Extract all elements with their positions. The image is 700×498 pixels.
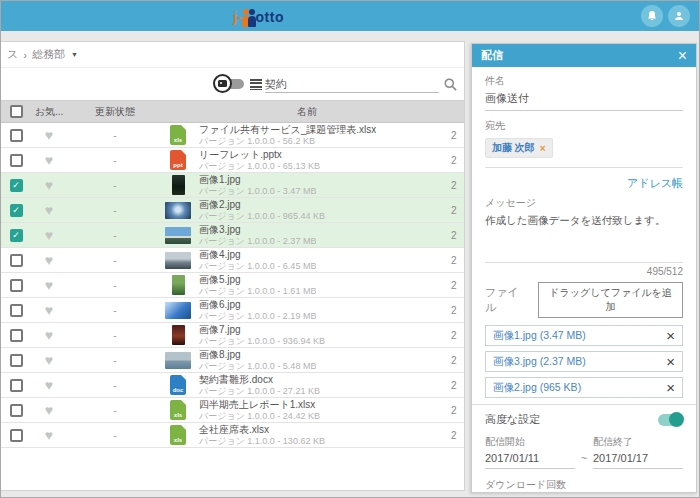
remove-attachment-icon[interactable]: × [666, 380, 675, 395]
attachment-name: 画像2.jpg (965 KB) [493, 381, 581, 395]
row-checkbox[interactable] [10, 354, 23, 367]
remove-attachment-icon[interactable]: × [666, 328, 675, 343]
panel-header: 配信 × [472, 44, 696, 67]
favorite-heart-icon[interactable]: ♥ [45, 328, 53, 342]
close-icon[interactable]: × [678, 48, 687, 64]
view-mode-toggle[interactable] [213, 78, 245, 90]
row-date-clipped: 2 [451, 130, 464, 141]
row-checkbox[interactable] [10, 279, 23, 292]
file-list-card: ス › 総務部 ▼ お気... 更新状態 名前 ♥ - [1, 41, 465, 491]
favorite-heart-icon[interactable]: ♥ [45, 378, 53, 392]
row-checkbox[interactable] [10, 154, 23, 167]
row-checkbox[interactable] [10, 429, 23, 442]
file-type-icon [163, 275, 193, 295]
file-type-icon [163, 352, 193, 369]
subject-label: 件名 [485, 74, 683, 88]
column-header-status[interactable]: 更新状態 [67, 105, 163, 119]
column-header-name[interactable]: 名前 [163, 105, 451, 119]
search-icon[interactable] [443, 77, 458, 96]
row-date-clipped: 2 [451, 430, 464, 441]
table-row[interactable]: ♥ - xls ファイル共有サービス_課題管理表.xlsx バージョン 1.0.… [1, 123, 464, 148]
subject-input[interactable]: 画像送付 [485, 88, 683, 111]
table-row[interactable]: ♥ - doc 契約書雛形.docx バージョン 1.0.0.0 - 27.21… [1, 373, 464, 398]
row-update-status: - [67, 255, 163, 266]
file-type-icon [163, 325, 193, 345]
download-count-input[interactable]: 5 [485, 492, 665, 493]
table-row[interactable]: ♥ - 画像1.jpg バージョン 1.0.0.0 - 3.47 MB 2 [1, 173, 464, 198]
list-view-icon[interactable] [250, 79, 262, 90]
table-row[interactable]: ♥ - 画像8.jpg バージョン 1.0.0.0 - 5.48 MB 2 [1, 348, 464, 373]
favorite-heart-icon[interactable]: ♥ [45, 303, 53, 317]
table-row[interactable]: ♥ - xls 全社座席表.xlsx バージョン 1.1.0.0 - 130.6… [1, 423, 464, 448]
file-version-size: バージョン 1.0.0.0 - 2.37 MB [199, 236, 316, 246]
top-navigation-bar: j- otto [1, 1, 699, 31]
favorite-heart-icon[interactable]: ♥ [45, 228, 53, 242]
advanced-settings-section: 高度な設定 配信開始 2017/01/11 ~ 配信終了 2017/01/17 … [472, 404, 696, 493]
row-checkbox[interactable] [10, 129, 23, 142]
file-name: 契約書雛形.docx [199, 374, 320, 386]
remove-recipient-icon[interactable]: × [540, 143, 546, 154]
row-checkbox[interactable] [10, 179, 23, 192]
end-date-input[interactable]: 2017/01/17 [593, 449, 683, 469]
message-textarea[interactable]: 作成した画像データを送付致します。 [485, 214, 683, 260]
start-date-input[interactable]: 2017/01/11 [485, 449, 575, 469]
account-button[interactable] [668, 5, 690, 27]
file-version-size: バージョン 1.0.0.0 - 27.21 KB [199, 386, 320, 396]
favorite-heart-icon[interactable]: ♥ [45, 128, 53, 142]
row-checkbox[interactable] [10, 404, 23, 417]
file-type-icon [163, 227, 193, 244]
breadcrumb-current[interactable]: 総務部 [32, 47, 65, 62]
search-toolbar [1, 67, 464, 101]
table-row[interactable]: ♥ - xls 四半期売上レポート1.xlsx バージョン 1.0.0.0 - … [1, 398, 464, 423]
date-range-tilde: ~ [575, 452, 593, 469]
file-name: 全社座席表.xlsx [199, 424, 325, 436]
favorite-heart-icon[interactable]: ♥ [45, 428, 53, 442]
file-label: ファイル [485, 285, 528, 315]
favorite-heart-icon[interactable]: ♥ [45, 278, 53, 292]
favorite-heart-icon[interactable]: ♥ [45, 403, 53, 417]
row-update-status: - [67, 205, 163, 216]
remove-attachment-icon[interactable]: × [666, 354, 675, 369]
add-file-drag-button[interactable]: ドラッグしてファイルを追加 [538, 282, 683, 318]
logo-person-navy-icon [248, 9, 257, 27]
address-book-link[interactable]: アドレス帳 [485, 176, 683, 191]
recipient-label: 宛先 [485, 119, 683, 133]
file-type-icon [163, 302, 193, 319]
favorite-heart-icon[interactable]: ♥ [45, 153, 53, 167]
chevron-down-icon[interactable]: ▼ [71, 51, 78, 58]
file-name: 画像1.jpg [199, 174, 316, 186]
table-row[interactable]: ♥ - 画像6.jpg バージョン 1.0.0.0 - 2.19 MB 2 [1, 298, 464, 323]
table-row[interactable]: ♥ - 画像4.jpg バージョン 1.0.0.0 - 6.45 MB 2 [1, 248, 464, 273]
row-checkbox[interactable] [10, 204, 23, 217]
notifications-button[interactable] [641, 5, 663, 27]
favorite-heart-icon[interactable]: ♥ [45, 253, 53, 267]
row-checkbox[interactable] [10, 379, 23, 392]
column-header-favorite[interactable]: お気... [31, 105, 67, 119]
file-version-size: バージョン 1.0.0.0 - 965.44 KB [199, 211, 325, 221]
favorite-heart-icon[interactable]: ♥ [45, 203, 53, 217]
row-date-clipped: 2 [451, 305, 464, 316]
table-row[interactable]: ♥ - 画像7.jpg バージョン 1.0.0.0 - 936.94 KB 2 [1, 323, 464, 348]
row-date-clipped: 2 [451, 205, 464, 216]
row-checkbox[interactable] [10, 254, 23, 267]
logo-prefix: j- [233, 7, 242, 27]
table-row[interactable]: ♥ - 画像5.jpg バージョン 1.0.0.0 - 1.61 MB 2 [1, 273, 464, 298]
table-row[interactable]: ♥ - 画像2.jpg バージョン 1.0.0.0 - 965.44 KB 2 [1, 198, 464, 223]
row-update-status: - [67, 155, 163, 166]
row-date-clipped: 2 [451, 280, 464, 291]
row-date-clipped: 2 [451, 255, 464, 266]
row-update-status: - [67, 355, 163, 366]
select-all-checkbox[interactable] [10, 105, 23, 118]
table-row[interactable]: ♥ - ppt リーフレット.pptx バージョン 1.0.0.0 - 65.1… [1, 148, 464, 173]
favorite-heart-icon[interactable]: ♥ [45, 178, 53, 192]
favorite-heart-icon[interactable]: ♥ [45, 353, 53, 367]
breadcrumb-root[interactable]: ス [7, 47, 18, 62]
table-row[interactable]: ♥ - 画像3.jpg バージョン 1.0.0.0 - 2.37 MB 2 [1, 223, 464, 248]
advanced-settings-toggle[interactable] [658, 414, 683, 426]
row-checkbox[interactable] [10, 329, 23, 342]
row-date-clipped: 2 [451, 230, 464, 241]
row-checkbox[interactable] [10, 304, 23, 317]
file-version-size: バージョン 1.0.0.0 - 24.42 KB [199, 411, 320, 421]
search-input[interactable] [265, 76, 439, 93]
row-checkbox[interactable] [10, 229, 23, 242]
